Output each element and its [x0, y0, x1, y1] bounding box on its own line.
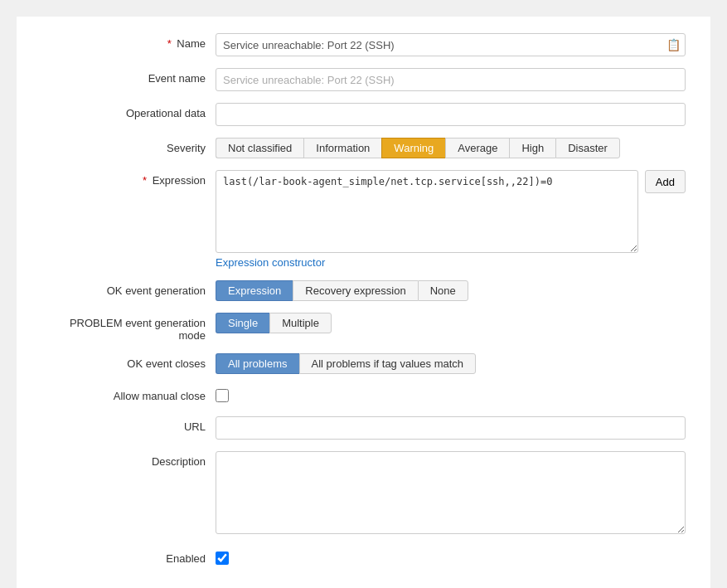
event-name-label: Event name: [41, 68, 216, 85]
description-textarea[interactable]: [216, 451, 686, 534]
ok-event-closes-control: All problems All problems if tag values …: [216, 353, 686, 374]
ok-event-gen-group: Expression Recovery expression None: [216, 280, 686, 301]
ok-event-closes-group: All problems All problems if tag values …: [216, 353, 686, 374]
problem-event-gen-row: PROBLEM event generation mode Single Mul…: [41, 313, 686, 342]
severity-high[interactable]: High: [509, 138, 555, 158]
operational-data-input[interactable]: [216, 103, 686, 126]
name-control: 📋: [216, 33, 686, 56]
description-label: Description: [41, 451, 216, 468]
name-input[interactable]: [216, 33, 686, 56]
ok-event-gen-row: OK event generation Expression Recovery …: [41, 280, 686, 301]
ok-event-gen-label: OK event generation: [41, 280, 216, 297]
enabled-control: [216, 548, 686, 565]
enabled-label: Enabled: [41, 548, 216, 565]
allow-manual-close-control: [216, 386, 686, 405]
severity-not-classified[interactable]: Not classified: [216, 138, 303, 158]
closes-tag-values-btn[interactable]: All problems if tag values match: [299, 353, 477, 374]
paste-icon: 📋: [666, 38, 681, 51]
operational-data-row: Operational data: [41, 103, 686, 126]
expression-label: * Expression: [41, 170, 216, 187]
ok-event-expression-btn[interactable]: Expression: [216, 280, 293, 301]
allow-manual-close-label: Allow manual close: [41, 386, 216, 402]
severity-label: Severity: [41, 138, 216, 154]
ok-event-closes-row: OK event closes All problems All problem…: [41, 353, 686, 374]
problem-event-multiple-btn[interactable]: Multiple: [269, 313, 332, 333]
expression-control: last(/lar-book-agent_simple/net.tcp.serv…: [216, 170, 686, 269]
url-row: URL: [41, 416, 686, 440]
description-row: Description: [41, 451, 686, 537]
enabled-checkbox[interactable]: [216, 552, 229, 565]
problem-event-single-btn[interactable]: Single: [216, 313, 269, 333]
operational-data-label: Operational data: [41, 103, 216, 119]
allow-manual-close-row: Allow manual close: [41, 386, 686, 405]
severity-group: Not classified Information Warning Avera…: [216, 138, 686, 158]
url-input[interactable]: [216, 416, 686, 440]
description-control: [216, 451, 686, 537]
severity-average[interactable]: Average: [445, 138, 509, 158]
ok-event-recovery-btn[interactable]: Recovery expression: [293, 280, 417, 301]
name-row: * Name 📋: [41, 33, 686, 56]
url-label: URL: [41, 416, 216, 433]
severity-warning[interactable]: Warning: [381, 138, 445, 158]
name-label: * Name: [41, 33, 216, 50]
required-marker2: *: [143, 174, 147, 187]
severity-information[interactable]: Information: [303, 138, 381, 158]
allow-manual-close-checkbox[interactable]: [216, 389, 229, 402]
ok-event-none-btn[interactable]: None: [418, 280, 468, 301]
expression-textarea[interactable]: last(/lar-book-agent_simple/net.tcp.serv…: [216, 170, 638, 253]
name-wrapper: 📋: [216, 33, 686, 56]
required-marker: *: [167, 37, 172, 50]
severity-row: Severity Not classified Information Warn…: [41, 138, 686, 158]
event-name-control: [216, 68, 686, 91]
form-actions: Add Cancel: [41, 581, 686, 588]
expression-constructor-link[interactable]: Expression constructor: [216, 256, 325, 269]
closes-all-problems-btn[interactable]: All problems: [216, 353, 299, 374]
severity-disaster[interactable]: Disaster: [555, 138, 620, 158]
expression-row: * Expression last(/lar-book-agent_simple…: [41, 170, 686, 269]
event-name-row: Event name: [41, 68, 686, 91]
expression-wrapper: last(/lar-book-agent_simple/net.tcp.serv…: [216, 170, 686, 253]
ok-event-closes-label: OK event closes: [41, 353, 216, 370]
operational-data-control: [216, 103, 686, 126]
severity-control: Not classified Information Warning Avera…: [216, 138, 686, 158]
expression-add-button[interactable]: Add: [645, 170, 686, 193]
enabled-row: Enabled: [41, 548, 686, 565]
event-name-input[interactable]: [216, 68, 686, 91]
url-control: [216, 416, 686, 440]
trigger-form: * Name 📋 Event name Operational data Sev: [17, 17, 710, 588]
problem-event-gen-control: Single Multiple: [216, 313, 686, 333]
problem-event-gen-label: PROBLEM event generation mode: [41, 313, 216, 342]
ok-event-gen-control: Expression Recovery expression None: [216, 280, 686, 301]
problem-event-gen-group: Single Multiple: [216, 313, 686, 333]
